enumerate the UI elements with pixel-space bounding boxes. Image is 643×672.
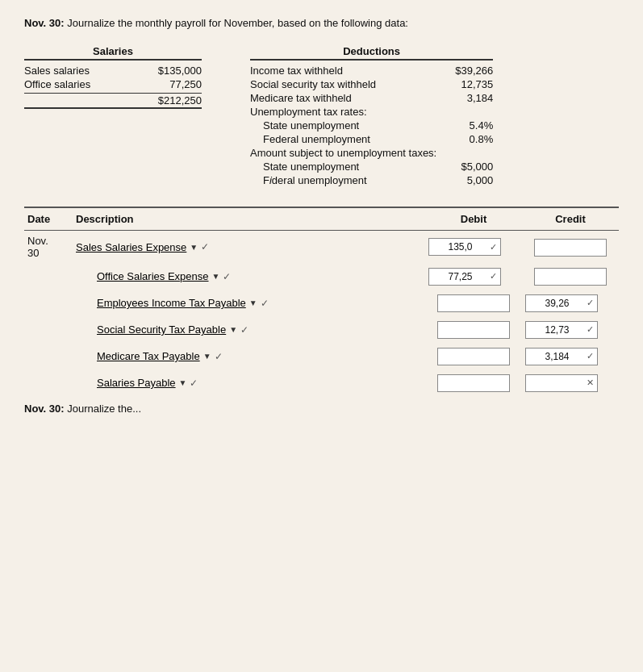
sal-value-office: 77,250 [145, 78, 202, 90]
credit-medicare[interactable]: 3,184 ✓ [522, 346, 619, 367]
ded-value-income: $39,266 [445, 65, 493, 77]
dropdown-arrow-3[interactable]: ▼ [249, 298, 257, 307]
dropdown-arrow-1[interactable]: ▼ [190, 243, 198, 252]
credit-social-security-check: ✓ [587, 324, 594, 335]
ded-state-unemp-rate: State unemployment 5.4% [250, 119, 493, 132]
credit-social-security[interactable]: 12,73 ✓ [522, 319, 619, 340]
ded-value-social: 12,735 [445, 78, 493, 90]
check-icon-4: ✓ [240, 324, 248, 336]
sal-row-sales: Sales salaries $135,000 [24, 64, 202, 77]
journal-row-6: Salaries Payable ▼ ✓ ✕ [24, 369, 619, 396]
ded-value-federal-rate: 0.8% [445, 133, 493, 145]
intro-text: Journalize the monthly payroll for Novem… [67, 17, 408, 29]
ded-label-state-rate: State unemployment [263, 119, 436, 131]
credit-salaries-payable[interactable]: ✕ [522, 373, 619, 394]
credit-income-tax-value: 39,26 [529, 298, 585, 309]
desc-office-salaries: Office Salaries Expense ▼ ✓ [73, 269, 425, 284]
sal-row-total: $212,250 [24, 93, 202, 109]
deductions-header: Deductions [250, 45, 493, 61]
journal-row-3: Employees Income Tax Payable ▼ ✓ 39,26 ✓ [24, 290, 619, 316]
journal-row-1: Nov. 30 Sales Salaries Expense ▼ ✓ 135,0… [24, 231, 619, 263]
ded-value-medicare: 3,184 [445, 92, 493, 104]
debit-office-value: 77,25 [432, 271, 488, 282]
ded-value-state-rate: 5.4% [445, 119, 493, 131]
col-credit: Credit [522, 211, 619, 227]
ded-label-social: Social security tax withheld [250, 78, 436, 90]
sales-salaries-expense-link[interactable]: Sales Salaries Expense [76, 241, 186, 253]
check-icon-3: ✓ [261, 298, 269, 309]
office-salaries-expense-link[interactable]: Office Salaries Expense [97, 270, 209, 282]
credit-medicare-check: ✓ [587, 351, 594, 361]
ded-unemp-subject-header: Amount subject to unemployment taxes: [250, 146, 493, 160]
sal-value-total: $212,250 [145, 94, 202, 106]
salaries-payable-link[interactable]: Salaries Payable [97, 377, 176, 389]
dropdown-arrow-2[interactable]: ▼ [212, 272, 220, 281]
credit-income-tax[interactable]: 39,26 ✓ [522, 293, 619, 314]
x-mark-salaries: ✕ [587, 378, 594, 388]
credit-office[interactable] [522, 265, 619, 287]
check-icon-5: ✓ [215, 351, 223, 362]
date-empty-6 [24, 382, 73, 385]
social-security-tax-payable-link[interactable]: Social Security Tax Payable [97, 323, 226, 336]
credit-social-security-value: 12,73 [529, 324, 585, 336]
salaries-section: Salaries Sales salaries $135,000 Office … [24, 45, 202, 187]
debit-office[interactable]: 77,25 ✓ [425, 266, 522, 287]
debit-sales[interactable]: 135,0 ✓ [425, 236, 522, 257]
ded-label-income: Income tax withheld [250, 65, 436, 77]
desc-sales-salaries: Sales Salaries Expense ▼ ✓ [73, 240, 425, 255]
debit-sales-value: 135,0 [432, 241, 488, 253]
credit-medicare-value: 3,184 [529, 351, 585, 362]
date-empty-5 [24, 355, 73, 358]
debit-office-check: ✓ [490, 271, 497, 282]
bottom-text: Journalize the... [67, 403, 141, 415]
ded-label-unemp-subject: Amount subject to unemployment taxes: [250, 147, 436, 159]
debit-salaries-payable[interactable] [425, 372, 522, 394]
medicare-tax-payable-link[interactable]: Medicare Tax Payable [97, 350, 200, 362]
ded-income-tax: Income tax withheld $39,266 [250, 64, 493, 77]
journal-header: Date Description Debit Credit [24, 208, 619, 231]
salaries-header: Salaries [24, 45, 202, 61]
debit-sales-check: ✓ [490, 242, 497, 253]
bottom-note: Nov. 30: Journalize the... [24, 403, 619, 415]
check-icon-2: ✓ [223, 271, 231, 282]
ded-label-unemp-rates: Unemployment tax rates: [250, 106, 436, 118]
check-icon-6: ✓ [190, 378, 198, 389]
ded-label-state-amount: State unemployment [263, 161, 436, 173]
credit-sales[interactable] [522, 236, 619, 258]
debit-medicare[interactable] [425, 345, 522, 367]
credit-income-tax-check: ✓ [587, 298, 594, 308]
journal-row-2: Office Salaries Expense ▼ ✓ 77,25 ✓ [24, 263, 619, 290]
desc-income-tax-payable: Employees Income Tax Payable ▼ ✓ [73, 295, 425, 311]
debit-income-tax[interactable] [425, 292, 522, 314]
ded-label-federal-amount: Fideral unemployment [263, 174, 436, 186]
desc-medicare-payable: Medicare Tax Payable ▼ ✓ [73, 349, 425, 364]
ded-medicare: Medicare tax withheld 3,184 [250, 91, 493, 105]
ded-social-security: Social security tax withheld 12,735 [250, 77, 493, 91]
date-empty-4 [24, 328, 73, 332]
col-description: Description [73, 211, 425, 227]
dropdown-arrow-5[interactable]: ▼ [203, 352, 211, 361]
sal-label-sales: Sales salaries [24, 65, 129, 77]
ded-state-unemp-amount: State unemployment $5,000 [250, 160, 493, 173]
sal-label-office: Office salaries [24, 78, 129, 90]
data-section: Salaries Sales salaries $135,000 Office … [24, 45, 619, 187]
date-empty-2 [24, 275, 73, 278]
journal-row-5: Medicare Tax Payable ▼ ✓ 3,184 ✓ [24, 343, 619, 369]
date-empty-3 [24, 302, 73, 305]
intro-paragraph: Nov. 30: Journalize the monthly payroll … [24, 16, 619, 31]
sal-row-office: Office salaries 77,250 [24, 77, 202, 91]
debit-social-security[interactable] [425, 319, 522, 340]
col-debit: Debit [425, 211, 522, 227]
ded-label-federal-rate: Federal unemployment [263, 133, 436, 145]
dropdown-arrow-6[interactable]: ▼ [179, 378, 187, 387]
deductions-section: Deductions Income tax withheld $39,266 S… [250, 45, 493, 187]
journal-section: Date Description Debit Credit Nov. 30 Sa… [24, 207, 619, 396]
desc-salaries-payable: Salaries Payable ▼ ✓ [73, 375, 425, 390]
journal-row-4: Social Security Tax Payable ▼ ✓ 12,73 ✓ [24, 316, 619, 343]
ded-unemp-rates-header: Unemployment tax rates: [250, 105, 493, 119]
ded-value-federal-amount: 5,000 [445, 174, 493, 186]
ded-value-state-amount: $5,000 [445, 161, 493, 173]
dropdown-arrow-4[interactable]: ▼ [229, 325, 237, 334]
employees-income-tax-payable-link[interactable]: Employees Income Tax Payable [97, 297, 246, 309]
ded-federal-unemp-rate: Federal unemployment 0.8% [250, 132, 493, 146]
